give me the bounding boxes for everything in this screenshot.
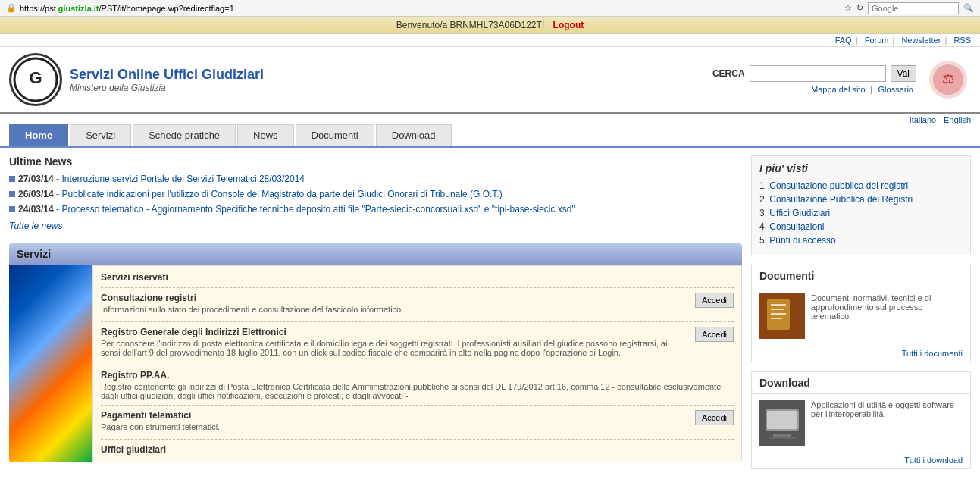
news-bullet xyxy=(9,206,15,212)
documenti-image xyxy=(759,293,805,339)
documenti-title: Documenti xyxy=(752,265,970,287)
logo-area: G Servizi Online Uffici Giudiziari Minis… xyxy=(9,53,712,106)
faq-link[interactable]: FAQ xyxy=(835,36,852,45)
news-section: Ultime News 27/03/14 - Interruzione serv… xyxy=(9,155,742,231)
pv-link-1[interactable]: Consultazione pubblica dei registri xyxy=(769,180,908,191)
rss-link[interactable]: RSS xyxy=(953,36,971,45)
lang-area: Italiano - English xyxy=(0,114,980,124)
right-column: I piu' visti 1. Consultazione pubblica d… xyxy=(751,155,971,469)
news-link-3[interactable]: 24/03/14 - Processo telematico - Aggiorn… xyxy=(18,204,575,215)
logout-button[interactable]: Logout xyxy=(553,20,584,30)
pv-item-1: 1. Consultazione pubblica dei registri xyxy=(759,180,963,191)
servizio-row-registro: Registro Generale degli Indirizzi Elettr… xyxy=(101,327,734,360)
separator: | xyxy=(944,36,949,45)
servizio-row-text: Consultazione registri Informazioni sull… xyxy=(101,293,689,317)
logo-title: Servizi Online Uffici Giudiziari xyxy=(70,67,264,83)
forum-link[interactable]: Forum xyxy=(865,36,889,45)
download-section: Download Applicazioni di utilità e ogget… xyxy=(751,371,971,469)
servizio-desc: Per conoscere l'indirizzo di posta elett… xyxy=(101,339,689,357)
left-column: Ultime News 27/03/14 - Interruzione serv… xyxy=(9,155,751,469)
star-icon[interactable]: ☆ xyxy=(844,3,852,13)
servizio-desc-pp: Registro contenente gli indirizzi di Pos… xyxy=(101,382,734,400)
tab-schede-pratiche[interactable]: Schede pratiche xyxy=(133,124,236,146)
servizio-divider xyxy=(101,365,734,365)
servizio-divider xyxy=(101,321,734,322)
tutti-documenti: Tutti i documenti xyxy=(752,345,970,362)
piu-visti-title: I piu' visti xyxy=(759,162,963,174)
address-bar: 🔒 https://pst.giustizia.it/PST/it/homepa… xyxy=(6,3,844,13)
search-input[interactable] xyxy=(750,65,886,82)
pv-link-4[interactable]: Consultazioni xyxy=(769,221,824,232)
tab-servizi[interactable]: Servizi xyxy=(70,124,131,146)
servizio-desc: Pagare con strumenti telematici. xyxy=(101,422,689,431)
navigation: Home Servizi Schede pratiche News Docume… xyxy=(0,124,980,148)
lock-icon: 🔒 xyxy=(6,3,17,13)
browser-chrome: 🔒 https://pst.giustizia.it/PST/it/homepa… xyxy=(0,0,980,17)
servizio-title: Registro Generale degli Indirizzi Elettr… xyxy=(101,327,689,337)
lang-en-link[interactable]: English xyxy=(944,115,971,124)
separator: | xyxy=(893,36,897,45)
header: G Servizi Online Uffici Giudiziari Minis… xyxy=(0,47,980,114)
tab-home[interactable]: Home xyxy=(9,124,68,146)
servizi-body: Servizi riservati Consultazione registri… xyxy=(9,265,742,462)
tab-news[interactable]: News xyxy=(237,124,294,146)
news-item: 24/03/14 - Processo telematico - Aggiorn… xyxy=(9,204,742,215)
news-text: 24/03/14 - Processo telematico - Aggiorn… xyxy=(18,204,575,215)
lang-it-link[interactable]: Italiano xyxy=(910,115,936,124)
pv-link-3[interactable]: Uffici Giudiziari xyxy=(769,208,830,218)
servizio-row-text: Registro Generale degli Indirizzi Elettr… xyxy=(101,327,689,360)
svg-rect-15 xyxy=(769,437,796,439)
accedi-button-3[interactable]: Accedi xyxy=(695,410,734,425)
tutti-download: Tutti i download xyxy=(752,452,970,468)
logo-text: Servizi Online Uffici Giudiziari Ministe… xyxy=(70,67,264,93)
glossario-link[interactable]: Glossario xyxy=(878,85,913,94)
search-icon[interactable]: 🔍 xyxy=(963,3,974,13)
vai-button[interactable]: Vai xyxy=(891,65,916,82)
search-label: CERCA xyxy=(712,68,745,79)
svg-text:G: G xyxy=(29,68,42,87)
servizio-row-pagamenti: Pagamenti telematici Pagare con strument… xyxy=(101,410,734,434)
accedi-button-1[interactable]: Accedi xyxy=(695,293,734,308)
emblem: ⚖ xyxy=(925,57,971,102)
servizio-divider xyxy=(101,439,734,440)
news-link-1[interactable]: 27/03/14 - Interruzione servizi Portale … xyxy=(18,174,305,184)
documenti-description: Documenti normativi, tecnici e di approf… xyxy=(811,293,963,339)
tutti-documenti-link[interactable]: Tutti i documenti xyxy=(902,349,963,358)
pv-link-2[interactable]: Consultazione Pubblica dei Registri xyxy=(769,194,913,205)
tutti-download-link[interactable]: Tutti i download xyxy=(904,456,963,465)
servizio-title-riservati: Servizi riservati xyxy=(101,272,734,283)
google-search-input[interactable] xyxy=(868,2,959,14)
pv-link-5[interactable]: Punti di accesso xyxy=(769,235,835,246)
tab-documenti[interactable]: Documenti xyxy=(296,124,374,146)
servizio-row-consultazione: Consultazione registri Informazioni sull… xyxy=(101,293,734,317)
accedi-button-2[interactable]: Accedi xyxy=(695,327,734,342)
welcome-text: Benvenuto/a BRNMHL73A06D122T! xyxy=(396,20,544,30)
all-news-link[interactable]: Tutte le news xyxy=(9,221,62,231)
browser-actions: ☆ ↻ 🔍 xyxy=(844,2,974,14)
tab-download[interactable]: Download xyxy=(376,124,452,146)
logo-circle: G xyxy=(9,53,62,106)
svg-rect-9 xyxy=(771,313,786,315)
pv-item-4: 4. Consultazioni xyxy=(759,221,963,232)
servizio-title: Consultazione registri xyxy=(101,293,689,303)
mappa-link[interactable]: Mappa del sito xyxy=(811,85,866,94)
news-text: 27/03/14 - Interruzione servizi Portale … xyxy=(18,174,305,184)
pv-item-2: 2. Consultazione Pubblica dei Registri xyxy=(759,194,963,205)
download-image xyxy=(759,400,805,446)
servizio-title-pp: Registro PP.AA. xyxy=(101,370,734,381)
main-content: Ultime News 27/03/14 - Interruzione serv… xyxy=(0,148,980,477)
news-bullet xyxy=(9,191,15,197)
documenti-section: Documenti Documenti normativi, tecnici e… xyxy=(751,265,971,362)
pv-item-3: 3. Uffici Giudiziari xyxy=(759,208,963,218)
separator: | xyxy=(856,36,860,45)
servizi-section: Servizi Servizi riservati Consultazione … xyxy=(9,243,742,462)
documenti-body: Documenti normativi, tecnici e di approf… xyxy=(752,287,970,345)
refresh-icon[interactable]: ↻ xyxy=(856,3,863,13)
news-link-2[interactable]: 26/03/14 - Pubblicate indicazioni per l'… xyxy=(18,189,503,199)
servizi-content: Servizi riservati Consultazione registri… xyxy=(92,265,742,462)
news-item: 27/03/14 - Interruzione servizi Portale … xyxy=(9,174,742,184)
servizi-header: Servizi xyxy=(9,243,742,265)
newsletter-link[interactable]: Newsletter xyxy=(901,36,941,45)
servizio-desc: Informazioni sullo stato dei procediment… xyxy=(101,305,689,314)
news-item: 26/03/14 - Pubblicate indicazioni per l'… xyxy=(9,189,742,199)
